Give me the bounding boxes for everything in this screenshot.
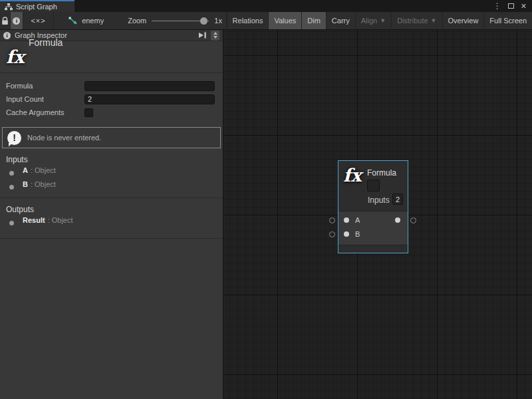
- formula-field-label: Formula: [6, 82, 84, 90]
- port-connector-circle[interactable]: [410, 217, 416, 223]
- port-a-label: A: [355, 216, 360, 224]
- warning-icon: !: [7, 131, 21, 145]
- full-screen-button[interactable]: Full Screen: [483, 12, 532, 29]
- graph-inspector-panel: i Graph Inspector fx Formula Formula Inp…: [0, 30, 223, 399]
- tab-script-graph[interactable]: Script Graph: [0, 0, 74, 12]
- port-dot-icon: [9, 221, 14, 225]
- tab-title: Script Graph: [16, 3, 57, 11]
- node-fields: Formula Input Count Cache Arguments: [0, 73, 223, 119]
- cache-arguments-checkbox[interactable]: [84, 108, 93, 117]
- input-port-b[interactable]: [344, 231, 349, 237]
- script-graph-window: Script Graph ⋮ ✕ i <×> enemy: [0, 0, 532, 399]
- zoom-label: Zoom: [128, 17, 146, 25]
- formula-node-header[interactable]: fx Formula Inputs 2: [338, 161, 408, 211]
- window-controls: ⋮ ✕: [493, 0, 532, 12]
- result-output-port[interactable]: [395, 217, 400, 223]
- info-icon: i: [13, 17, 20, 25]
- toolbar-toggle-group: Relations Values Dim Carry Align ▼ Distr…: [227, 12, 532, 29]
- carry-toggle[interactable]: Carry: [326, 12, 355, 29]
- chevron-down-icon: ▼: [380, 17, 386, 24]
- info-icon: i: [3, 32, 11, 39]
- section-divider: [0, 238, 223, 239]
- lock-button[interactable]: [0, 12, 11, 29]
- input-count-input[interactable]: [84, 94, 215, 104]
- values-toggle[interactable]: Values: [268, 12, 301, 29]
- chevron-up-icon: [213, 30, 217, 35]
- close-icon[interactable]: ✕: [521, 2, 527, 11]
- zoom-slider[interactable]: [152, 12, 209, 30]
- zoom-slider-knob[interactable]: [200, 17, 207, 25]
- zoom-control: Zoom 1x: [128, 12, 222, 29]
- formula-input[interactable]: [84, 81, 215, 91]
- input-count-field-row: Input Count: [6, 92, 217, 106]
- port-connector-circle[interactable]: [329, 217, 335, 223]
- chevron-down-icon: ▼: [431, 17, 437, 24]
- code-icon: <×>: [31, 17, 45, 25]
- zoom-value: 1x: [214, 17, 222, 25]
- graph-name-label: enemy: [82, 17, 104, 25]
- input-port-item: B : Object: [0, 180, 223, 194]
- formula-node-formula-input[interactable]: [367, 180, 380, 192]
- input-count-label: Input Count: [6, 95, 84, 103]
- formula-node-inputs-label: Inputs: [368, 196, 390, 205]
- graph-breadcrumb[interactable]: enemy: [68, 12, 104, 29]
- graph-canvas[interactable]: fx Formula Inputs 2 A B: [223, 30, 532, 399]
- formula-node-ports: A B: [338, 211, 408, 245]
- align-dropdown: Align ▼: [355, 12, 391, 29]
- port-dot-icon: [9, 185, 14, 190]
- formula-node-title: Formula: [367, 168, 396, 178]
- graph-icon: [5, 3, 13, 11]
- kebab-menu-icon[interactable]: ⋮: [493, 2, 501, 10]
- dim-toggle[interactable]: Dim: [301, 12, 326, 29]
- graph-toolbar: i <×> enemy Zoom 1x Relations: [0, 12, 532, 30]
- graph-pointer-icon: [68, 17, 78, 25]
- code-preview-button[interactable]: <×>: [23, 12, 54, 29]
- fx-icon: fx: [6, 47, 25, 67]
- fx-icon: fx: [343, 165, 362, 186]
- port-dot-icon: [9, 171, 14, 176]
- maximize-icon[interactable]: [508, 3, 514, 9]
- formula-node[interactable]: fx Formula Inputs 2 A B: [338, 160, 408, 253]
- input-port-a[interactable]: [344, 217, 349, 223]
- output-port-item: Result : Object: [0, 216, 223, 230]
- formula-node-footer: [338, 245, 408, 253]
- relations-toggle[interactable]: Relations: [227, 12, 269, 29]
- input-port-item: A : Object: [0, 166, 223, 180]
- cache-arguments-label: Cache Arguments: [6, 108, 84, 116]
- overview-button[interactable]: Overview: [442, 12, 484, 29]
- formula-node-input-count[interactable]: 2: [392, 194, 403, 205]
- port-b-label: B: [355, 230, 360, 238]
- panel-spinner[interactable]: [211, 31, 219, 41]
- outputs-section-header: Outputs: [0, 198, 223, 216]
- tab-bar: Script Graph ⋮ ✕: [0, 0, 532, 12]
- dock-panel-icon[interactable]: [198, 32, 207, 39]
- formula-field-row: Formula: [6, 79, 217, 92]
- node-title-section: fx Formula: [0, 41, 223, 73]
- distribute-dropdown: Distribute ▼: [391, 12, 442, 29]
- warning-banner: ! Node is never entered.: [2, 127, 221, 148]
- warning-text: Node is never entered.: [27, 134, 101, 142]
- lock-icon: [1, 17, 9, 25]
- cache-arguments-row: Cache Arguments: [6, 106, 217, 119]
- inspected-node-title: Formula: [29, 37, 63, 48]
- port-connector-circle[interactable]: [329, 231, 335, 237]
- inputs-section-header: Inputs: [0, 148, 223, 166]
- inspect-toggle-button[interactable]: i: [11, 12, 23, 29]
- chevron-down-icon: [213, 36, 217, 41]
